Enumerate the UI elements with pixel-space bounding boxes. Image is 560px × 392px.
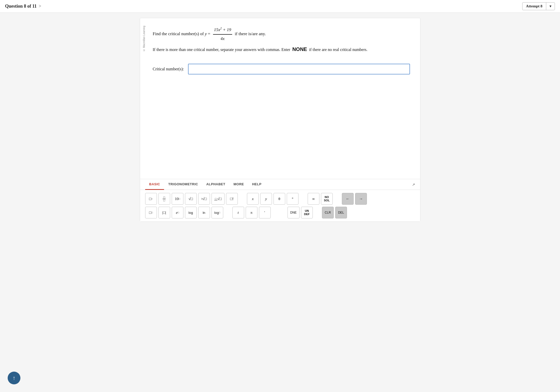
y-variable: y [205,30,207,38]
tab-help[interactable]: HELP [248,179,266,190]
question-card: © Macmillan Learning Find the critical n… [140,18,420,222]
btn-log[interactable]: log [185,207,197,218]
keyboard-buttons: □○ □□ 10□ √□ 3√□ □√□ □! x y θ ° [140,190,420,221]
btn-undef[interactable]: UNDEF [301,207,313,218]
btn-factorial[interactable]: □! [226,193,238,205]
denominator: 4x [219,35,226,43]
btn-nth-root[interactable]: □√□ [211,193,225,205]
line2-suffix: if there are no real critical numbers. [309,47,367,52]
btn-base10[interactable]: 10□ [172,193,183,205]
tab-alphabet[interactable]: ALPHABET [202,179,229,190]
copyright-text: © Macmillan Learning [143,26,145,51]
btn-degree[interactable]: ° [287,193,298,205]
question-navigation: Question 8 of 11 > [5,4,41,9]
btn-var-y[interactable]: y [260,193,272,205]
keyboard-row-1: □○ □□ 10□ √□ 3√□ □√□ □! x y θ ° [145,193,415,205]
expand-icon[interactable]: ↗ [412,182,415,187]
critical-number-input[interactable] [188,64,410,74]
question-counter: Question 8 of 11 [5,4,37,9]
problem-statement: Find the critical number(s) of y = 15x2 … [153,26,410,54]
btn-log-base[interactable]: log□ [211,207,223,218]
btn-prime[interactable]: ′ [259,207,271,218]
btn-sqrt[interactable]: √□ [185,193,197,205]
btn-ln[interactable]: ln [198,207,210,218]
btn-var-t[interactable]: t [232,207,244,218]
numerator: 15x2 + 19 [213,26,232,35]
chevron-right-icon[interactable]: > [39,4,41,9]
equals-sign: = [208,30,210,38]
top-bar: Question 8 of 11 > Attempt 8 ▼ [0,0,560,13]
line1-prefix: Find the critical number(s) of [153,30,204,38]
line1-suffix: if there is/are any. [235,30,266,38]
btn-superscript[interactable]: □○ [145,193,157,205]
btn-del[interactable]: DEL [335,207,347,218]
problem-line2: If there is more than one critical numbe… [153,45,410,54]
btn-cbrt[interactable]: 3√□ [198,193,210,205]
answer-label: Critical number(s): [153,67,184,71]
line2-text: If there is more than one critical numbe… [153,47,290,52]
btn-clr[interactable]: CLR [322,207,334,218]
btn-exp-e[interactable]: e□ [172,207,183,218]
none-text: NONE [292,46,307,52]
btn-var-x[interactable]: x [247,193,259,205]
btn-subscript[interactable]: □□ [145,207,157,218]
answer-row: Critical number(s): [153,64,410,74]
main-content: © Macmillan Learning Find the critical n… [132,13,428,227]
keyboard-row-2: □□ |□| e□ log ln log□ t π ′ DNE UNDEF CL… [145,207,415,218]
math-keyboard: BASIC TRIGONOMETRIC ALPHABET MORE HELP ↗… [140,179,420,221]
tab-basic[interactable]: BASIC [145,179,164,190]
btn-arrow-right[interactable]: → [355,193,367,205]
attempt-button[interactable]: Attempt 8 ▼ [522,2,555,10]
btn-fraction[interactable]: □□ [158,193,170,205]
btn-dne[interactable]: DNE [288,207,300,218]
btn-theta[interactable]: θ [273,193,285,205]
attempt-label: Attempt 8 [522,3,546,10]
btn-arrow-left[interactable]: ← [342,193,354,205]
attempt-dropdown-icon[interactable]: ▼ [546,3,555,10]
scroll-up-icon: ↑ [13,375,16,381]
btn-abs-value[interactable]: |□| [158,207,170,218]
keyboard-tabs: BASIC TRIGONOMETRIC ALPHABET MORE HELP ↗ [140,179,420,190]
scroll-up-button[interactable]: ↑ [8,372,20,384]
tab-more[interactable]: MORE [229,179,248,190]
problem-line1: Find the critical number(s) of y = 15x2 … [153,26,410,42]
btn-no-solution[interactable]: NOSOL [321,193,333,205]
math-fraction: 15x2 + 19 4x [213,26,232,42]
btn-pi[interactable]: π [246,207,257,218]
tab-trigonometric[interactable]: TRIGONOMETRIC [164,179,202,190]
btn-infinity[interactable]: ∞ [308,193,319,205]
